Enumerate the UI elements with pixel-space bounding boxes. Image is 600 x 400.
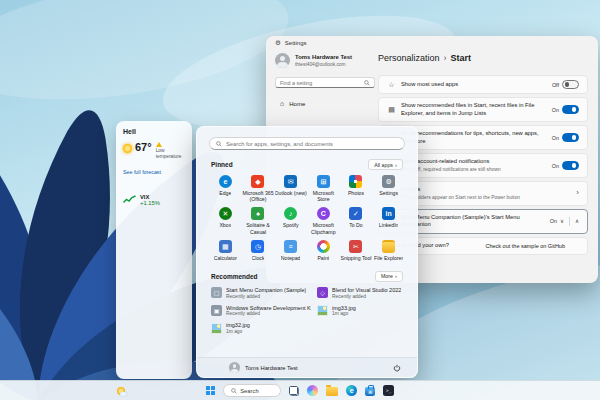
- user-name: Toms Hardware Test: [245, 365, 298, 371]
- recommended-section-label: Recommended: [211, 273, 258, 280]
- star-icon: ☆: [387, 81, 396, 88]
- breadcrumb-separator: ›: [444, 53, 447, 63]
- store-button[interactable]: ⊞: [365, 387, 375, 396]
- settings-sidebar: Toms Hardware Test thtest404@outlook.com…: [275, 53, 375, 110]
- widgets-panel: Hell 67° Low temperature See full foreca…: [116, 121, 192, 379]
- setting-row-show-recommended-files[interactable]: ▤ Show recommended files in Start, recen…: [378, 97, 588, 122]
- settings-gear-icon: ⚙: [382, 175, 395, 188]
- setting-title: Show recommendations for tips, shortcuts…: [401, 130, 547, 145]
- more-button[interactable]: More ›: [375, 271, 403, 282]
- pinned-app-microsoft-store[interactable]: ⊞ Microsoft Store: [307, 175, 340, 202]
- pinned-app-to-do[interactable]: ✓ To Do: [340, 207, 373, 235]
- pinned-app-notepad[interactable]: ≡ Notepad: [274, 240, 307, 261]
- document-icon: ▤: [387, 106, 396, 113]
- edge-icon: e: [219, 175, 232, 188]
- chevron-up-icon[interactable]: ∧: [575, 219, 579, 225]
- outlook-icon: ✉: [284, 175, 297, 188]
- recommended-item-blend-vs2022[interactable]: ◇ Blend for Visual Studio 2022 Recently …: [317, 287, 403, 299]
- pinned-app-spotify[interactable]: ♪ Spotify: [274, 207, 307, 235]
- pinned-app-paint[interactable]: Paint: [307, 240, 340, 261]
- weather-alert: Low temperature: [156, 148, 184, 160]
- image-thumbnail-icon: [211, 323, 222, 334]
- recommended-item-img33[interactable]: img33.jpg 1m ago: [317, 305, 403, 317]
- chevron-right-icon: ›: [576, 189, 579, 197]
- settings-search-input[interactable]: [280, 80, 364, 86]
- photos-icon: [349, 175, 362, 188]
- clipchamp-icon: C: [317, 207, 330, 220]
- search-icon: [231, 388, 237, 394]
- setting-title: Show most used apps: [401, 81, 547, 89]
- chevron-down-icon[interactable]: ∨: [560, 219, 564, 225]
- setting-title: Show recommended files in Start, recent …: [401, 102, 547, 117]
- window-title: Settings: [285, 40, 307, 46]
- setting-subtitle: When off, required notifications are sti…: [401, 167, 547, 173]
- visual-studio-icon: ◇: [317, 287, 328, 298]
- toggle-account-notifications[interactable]: [562, 161, 579, 170]
- toggle-show-recommended-files[interactable]: [562, 105, 579, 114]
- start-search-box[interactable]: [209, 137, 405, 150]
- forecast-link[interactable]: See full forecast: [123, 169, 161, 175]
- weather-widget[interactable]: 67° Low temperature See full forecast: [123, 142, 185, 178]
- copilot-button[interactable]: [307, 385, 318, 396]
- toggle-show-recommendations[interactable]: [562, 133, 579, 142]
- power-button[interactable]: [391, 362, 403, 374]
- gear-icon: ⚙: [275, 40, 281, 47]
- all-apps-button[interactable]: All apps ›: [368, 159, 403, 170]
- linkedin-icon: in: [382, 207, 395, 220]
- pinned-app-clock[interactable]: ◷ Clock: [242, 240, 275, 261]
- recommended-item-windows-sdk[interactable]: ▣ Windows Software Development Kit Recen…: [211, 305, 311, 317]
- pinned-app-edge[interactable]: e Edge: [209, 175, 242, 202]
- avatar: [275, 53, 290, 68]
- breadcrumb-personalization[interactable]: Personalization: [378, 53, 440, 63]
- task-view-button[interactable]: [289, 386, 299, 396]
- pinned-app-linkedin[interactable]: in LinkedIn: [372, 207, 405, 235]
- pinned-app-snipping-tool[interactable]: ✂ Snipping Tool: [340, 240, 373, 261]
- pinned-app-settings[interactable]: ⚙ Settings: [372, 175, 405, 202]
- solitaire-icon: ♠: [251, 207, 264, 220]
- pinned-app-solitaire[interactable]: ♠ Solitaire & Casual Games: [242, 207, 275, 235]
- github-sample-link[interactable]: Check out the sample on GitHub: [486, 243, 580, 249]
- file-explorer-button[interactable]: [326, 387, 338, 396]
- toggle-state-label: On: [552, 135, 559, 141]
- clock-icon: ◷: [251, 240, 264, 253]
- profile-name: Toms Hardware Test: [295, 54, 352, 61]
- stock-chart-icon: [123, 195, 136, 204]
- breadcrumb: Personalization › Start: [378, 53, 588, 63]
- pinned-app-clipchamp[interactable]: C Microsoft Clipchamp: [307, 207, 340, 235]
- toggle-show-most-used-apps[interactable]: [562, 80, 579, 89]
- snipping-tool-icon: ✂: [349, 240, 362, 253]
- taskbar-search[interactable]: Search: [223, 384, 281, 397]
- edge-button[interactable]: e: [346, 385, 357, 396]
- finance-widget[interactable]: VIX +1.15%: [123, 194, 185, 206]
- start-search-input[interactable]: [226, 141, 398, 147]
- settings-search[interactable]: [275, 77, 375, 88]
- sidebar-item-home[interactable]: ⌂ Home: [275, 97, 375, 110]
- setting-row-show-most-used-apps[interactable]: ☆ Show most used apps Off: [378, 75, 588, 94]
- start-menu: Pinned All apps › e Edge ◆ Microsoft 365…: [196, 126, 418, 378]
- pinned-app-file-explorer[interactable]: File Explorer: [372, 240, 405, 261]
- start-button[interactable]: [206, 386, 216, 396]
- pinned-app-microsoft-365[interactable]: ◆ Microsoft 365 (Office): [242, 175, 275, 202]
- to-do-icon: ✓: [349, 207, 362, 220]
- account-profile[interactable]: Toms Hardware Test thtest404@outlook.com: [275, 53, 375, 68]
- home-icon: ⌂: [280, 100, 284, 107]
- recommended-item-img32[interactable]: img32.jpg 1m ago: [211, 322, 311, 334]
- chevron-right-icon: ›: [395, 162, 397, 168]
- calculator-icon: ▦: [219, 240, 232, 253]
- terminal-button[interactable]: >_: [383, 385, 394, 396]
- recommended-item-companion-sample[interactable]: ▢ Start Menu Companion (Sample) Recently…: [211, 287, 311, 299]
- pinned-app-xbox[interactable]: ✕ Xbox: [209, 207, 242, 235]
- user-profile-button[interactable]: Toms Hardware Test: [229, 362, 298, 373]
- pinned-app-photos[interactable]: Photos: [340, 175, 373, 202]
- search-icon: [364, 80, 370, 86]
- pinned-app-outlook[interactable]: ✉ Outlook (new): [274, 175, 307, 202]
- widgets-button[interactable]: [112, 384, 130, 398]
- toggle-state-label: On: [552, 107, 559, 113]
- pinned-app-calculator[interactable]: ▦ Calculator: [209, 240, 242, 261]
- image-thumbnail-icon: [317, 305, 328, 316]
- setting-title: Start Menu Companion (Sample)'s Start Me…: [401, 214, 545, 229]
- weather-temperature: 67°: [135, 142, 152, 153]
- notepad-icon: ≡: [284, 240, 297, 253]
- microsoft-365-icon: ◆: [251, 175, 264, 188]
- profile-email: thtest404@outlook.com: [295, 62, 352, 67]
